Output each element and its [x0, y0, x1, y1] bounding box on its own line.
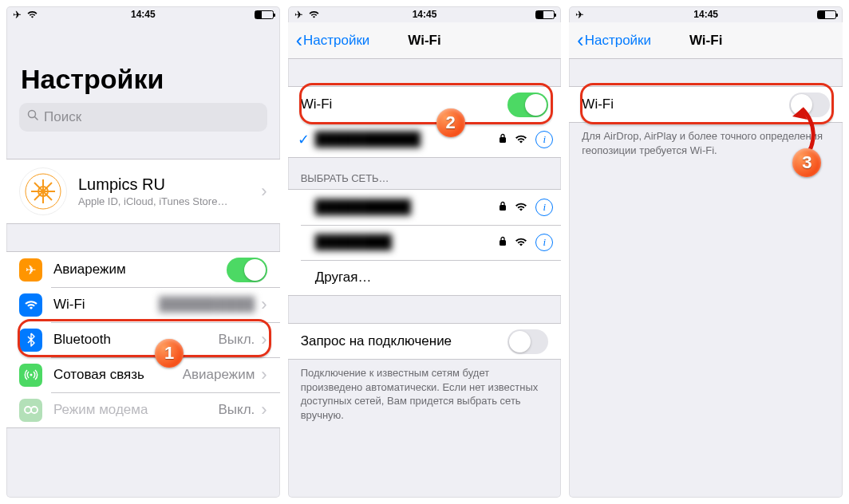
connected-network-row[interactable]: ✓ ███████████ i [288, 122, 562, 157]
nav-bar: ‹Настройки Wi-Fi [288, 22, 562, 59]
search-placeholder: Поиск [44, 109, 81, 125]
hotspot-label: Режим модема [53, 402, 219, 418]
airplane-toggle[interactable] [227, 258, 267, 282]
battery-icon [817, 10, 836, 19]
apple-id-row[interactable]: Lumpics RU Apple ID, iCloud, iTunes Stor… [6, 159, 280, 223]
airplane-label: Авиарежим [53, 262, 227, 278]
nav-bar: ‹Настройки Wi-Fi [569, 22, 843, 59]
svg-point-9 [30, 374, 32, 376]
bluetooth-icon [19, 329, 42, 352]
airplane-icon: ✈ [294, 9, 303, 21]
wifi-toggle[interactable] [789, 93, 830, 117]
hotspot-value: Выкл. [219, 402, 255, 418]
back-button[interactable]: ‹Настройки [577, 30, 651, 50]
chevron-left-icon: ‹ [296, 30, 302, 50]
wifi-toggle[interactable] [507, 93, 548, 117]
battery-icon [535, 10, 555, 19]
ask-footer: Подключение к известным сетям будет прои… [288, 360, 562, 428]
status-time: 14:45 [131, 9, 156, 20]
chevron-right-icon: › [261, 329, 267, 350]
wifi-label: Wi-Fi [53, 297, 159, 313]
hotspot-icon [19, 399, 42, 422]
checkmark-icon: ✓ [298, 131, 310, 148]
search-input[interactable]: Поиск [19, 103, 267, 132]
network-row[interactable]: ████████ i [288, 225, 562, 260]
chevron-right-icon: › [261, 294, 267, 315]
status-time: 14:45 [693, 9, 718, 20]
page-title: Настройки [6, 22, 280, 103]
lock-icon [499, 133, 507, 146]
cellular-icon [19, 364, 42, 387]
svg-rect-13 [500, 205, 506, 211]
account-sub: Apple ID, iCloud, iTunes Store… [78, 195, 261, 207]
step-badge-3: 3 [792, 148, 821, 177]
airplane-icon: ✈ [575, 9, 584, 21]
status-bar: ✈ 14:45 [288, 6, 562, 22]
chevron-left-icon: ‹ [577, 30, 583, 50]
airplane-icon: ✈ [13, 9, 22, 21]
wifi-toggle-row[interactable]: Wi-Fi [288, 87, 562, 122]
ask-to-join-row[interactable]: Запрос на подключение [288, 324, 562, 359]
back-button[interactable]: ‹Настройки [296, 30, 370, 50]
chevron-right-icon: › [261, 181, 267, 202]
battery-icon [255, 10, 274, 19]
airplane-mode-row[interactable]: ✈ Авиарежим [6, 252, 280, 287]
lock-icon [499, 236, 507, 249]
screenshot-settings-main: ✈ 14:45 Настройки Поиск Lumpics RU Apple… [6, 6, 280, 498]
choose-network-header: ВЫБРАТЬ СЕТЬ… [288, 158, 562, 189]
step-badge-1: 1 [155, 339, 184, 368]
screenshot-wifi-off: ✈ 14:45 ‹Настройки Wi-Fi Wi-Fi Для AirDr… [569, 6, 843, 498]
svg-rect-12 [500, 137, 506, 143]
info-icon[interactable]: i [535, 199, 553, 216]
svg-rect-14 [500, 240, 506, 246]
avatar [19, 167, 67, 215]
ask-label: Запрос на подключение [301, 333, 508, 349]
hotspot-row[interactable]: Режим модема Выкл. › [6, 392, 280, 427]
wifi-toggle-label: Wi-Fi [582, 96, 789, 112]
status-bar: ✈ 14:45 [6, 6, 280, 22]
svg-line-1 [35, 117, 38, 120]
wifi-strength-icon [515, 201, 527, 214]
airplane-icon: ✈ [19, 258, 42, 282]
wifi-row[interactable]: Wi-Fi ██████████ › [6, 287, 280, 322]
bluetooth-label: Bluetooth [53, 332, 219, 348]
nav-title: Wi-Fi [689, 33, 722, 49]
status-time: 14:45 [413, 9, 437, 20]
network-name: ███████████ [315, 132, 500, 148]
screenshot-wifi-on: ✈ 14:45 ‹Настройки Wi-Fi Wi-Fi ✓ ███████… [288, 6, 562, 498]
network-name: ████████ [315, 234, 500, 250]
nav-title: Wi-Fi [408, 33, 440, 49]
cellular-row[interactable]: Сотовая связь Авиарежим › [6, 357, 280, 392]
bluetooth-row[interactable]: Bluetooth Выкл. › [6, 322, 280, 357]
wifi-value: ██████████ [159, 297, 255, 313]
wifi-signal-icon [308, 10, 320, 20]
bluetooth-value: Выкл. [219, 332, 255, 348]
lock-icon [499, 201, 507, 214]
other-network-row[interactable]: Другая… [288, 260, 562, 295]
wifi-strength-icon [515, 236, 527, 249]
other-label: Другая… [315, 270, 554, 285]
cellular-label: Сотовая связь [53, 367, 183, 383]
step-badge-2: 2 [436, 108, 465, 137]
wifi-toggle-row[interactable]: Wi-Fi [569, 87, 843, 122]
info-icon[interactable]: i [535, 234, 553, 251]
chevron-right-icon: › [261, 400, 267, 420]
wifi-strength-icon [515, 133, 527, 146]
ask-toggle[interactable] [507, 329, 548, 354]
svg-point-11 [31, 407, 38, 413]
wifi-icon [19, 293, 42, 317]
network-name: ██████████ [315, 199, 500, 215]
wifi-signal-icon [26, 10, 38, 20]
info-icon[interactable]: i [535, 131, 553, 148]
wifi-toggle-label: Wi-Fi [301, 96, 508, 112]
account-name: Lumpics RU [78, 175, 261, 194]
cellular-value: Авиарежим [183, 367, 255, 383]
network-row[interactable]: ██████████ i [288, 190, 562, 225]
search-icon [27, 109, 39, 125]
svg-point-10 [25, 407, 31, 413]
status-bar: ✈ 14:45 [569, 6, 843, 22]
chevron-right-icon: › [261, 364, 267, 385]
